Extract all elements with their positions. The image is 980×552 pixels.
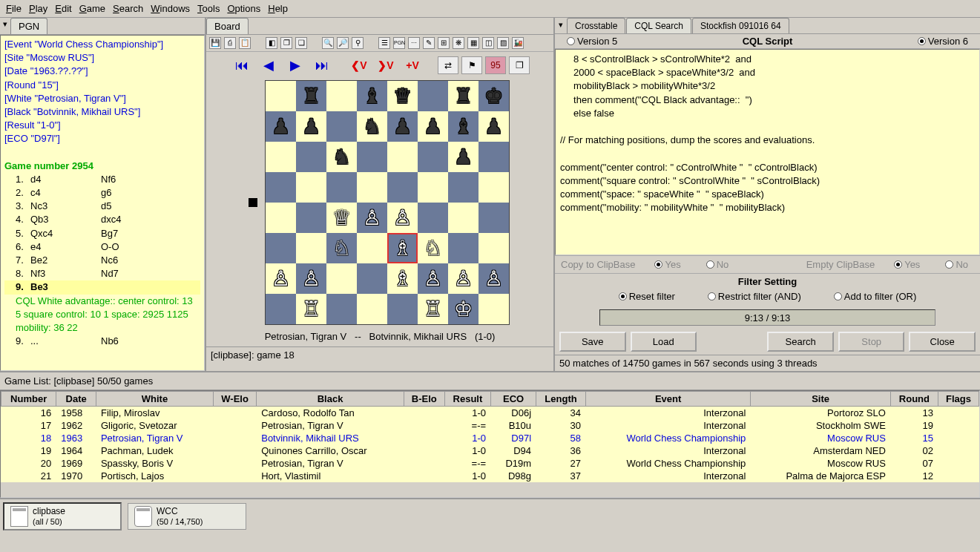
square-f7[interactable]: ♟	[418, 111, 448, 142]
square-d4[interactable]: ♙	[357, 203, 387, 233]
move-row[interactable]: 1.d4Nf6	[4, 173, 200, 186]
radio-version5[interactable]: Version 5	[567, 36, 617, 47]
radio-restrict-filter[interactable]: Restrict filter (AND)	[708, 291, 801, 302]
paste-icon[interactable]: ❏	[295, 37, 307, 49]
square-f4[interactable]	[418, 203, 448, 233]
move-row[interactable]: 5.Qxc4Bg7	[4, 227, 200, 240]
var-add-icon[interactable]: +V	[401, 55, 424, 76]
square-a4[interactable]	[266, 203, 296, 233]
radio-add-filter[interactable]: Add to filter (OR)	[834, 291, 917, 302]
stamp-icon[interactable]: 95	[485, 56, 506, 74]
square-c8[interactable]	[326, 81, 357, 111]
square-d1[interactable]	[357, 294, 387, 324]
square-b7[interactable]: ♟	[296, 111, 326, 142]
zoom-out-icon[interactable]: 🔍	[322, 37, 334, 49]
db-tile-clipbase[interactable]: clipbase (all / 50)	[3, 502, 122, 530]
tb-icon-a[interactable]: ◫	[482, 37, 494, 49]
chess-board[interactable]: ♜♝♛♜♚♟♟♞♟♟♝♟♞♟♕♙♙♘♗♘♙♙♗♙♙♙♖♖♔	[265, 80, 510, 325]
var-prev-icon[interactable]: ❮V	[347, 55, 371, 76]
edit-icon[interactable]: ✎	[423, 37, 435, 49]
square-d8[interactable]: ♝	[357, 81, 387, 111]
move-row[interactable]: 3.Nc3d5	[4, 200, 200, 213]
square-c5[interactable]	[326, 172, 357, 203]
square-a5[interactable]	[266, 172, 296, 203]
square-c2[interactable]	[326, 263, 357, 294]
col-event[interactable]: Event	[585, 392, 750, 407]
menu-search[interactable]: Search	[113, 3, 143, 14]
square-h5[interactable]	[479, 172, 509, 203]
col-length[interactable]: Length	[536, 392, 586, 407]
tab-cql-search[interactable]: CQL Search	[626, 18, 691, 33]
tab-pgn[interactable]: PGN	[10, 18, 47, 34]
copy2-icon[interactable]: ❐	[509, 56, 530, 74]
square-d6[interactable]	[357, 142, 387, 172]
square-b8[interactable]: ♜	[296, 81, 326, 111]
square-c1[interactable]	[326, 294, 357, 324]
nav-next-icon[interactable]: ▶	[283, 55, 307, 76]
load-button[interactable]: Load	[631, 332, 697, 352]
square-e3[interactable]: ♗	[387, 233, 418, 263]
search-icon[interactable]: 🔎	[337, 37, 349, 49]
search-button[interactable]: Search	[767, 332, 834, 352]
col-belo[interactable]: B-Elo	[404, 392, 444, 407]
tab-crosstable[interactable]: Crosstable	[567, 18, 625, 33]
square-c6[interactable]: ♞	[326, 142, 357, 172]
menu-help[interactable]: Help	[268, 3, 288, 14]
eco-icon[interactable]: ⋯	[408, 37, 420, 49]
square-h7[interactable]: ♟	[479, 111, 509, 142]
square-e5[interactable]	[387, 172, 418, 203]
square-g6[interactable]: ♟	[448, 142, 479, 172]
col-flags[interactable]: Flags	[938, 392, 979, 407]
col-number[interactable]: Number	[1, 392, 56, 407]
square-a7[interactable]: ♟	[266, 111, 296, 142]
square-h1[interactable]	[479, 294, 509, 324]
table-row[interactable]: 161958Filip, MiroslavCardoso, Rodolfo Ta…	[1, 407, 979, 420]
pgn-collapse-icon[interactable]: ▾	[0, 18, 10, 34]
move-row[interactable]: 6.e4O-O	[4, 240, 200, 254]
move-row[interactable]: 2.c4g6	[4, 186, 200, 200]
square-g4[interactable]	[448, 203, 479, 233]
cross-icon[interactable]: ⊞	[438, 37, 450, 49]
move-row[interactable]: 9.Be3	[4, 280, 200, 294]
square-g8[interactable]: ♜	[448, 81, 479, 111]
col-black[interactable]: Black	[257, 392, 404, 407]
nav-prev-icon[interactable]: ◀	[257, 55, 280, 76]
radio-reset-filter[interactable]: Reset filter	[619, 291, 675, 302]
square-g3[interactable]	[448, 233, 479, 263]
square-f1[interactable]: ♖	[418, 294, 448, 324]
square-d7[interactable]: ♞	[357, 111, 387, 142]
table-row[interactable]: 181963Petrosian, Tigran VBotvinnik, Mikh…	[1, 432, 979, 444]
table-row[interactable]: 201969Spassky, Boris VPetrosian, Tigran …	[1, 457, 979, 470]
table-row[interactable]: 191964Pachman, LudekQuinones Carrillo, O…	[1, 444, 979, 457]
square-b1[interactable]: ♖	[296, 294, 326, 324]
tool-icon-1[interactable]: ◧	[266, 37, 277, 49]
square-g7[interactable]: ♝	[448, 111, 479, 142]
square-e2[interactable]: ♗	[387, 263, 418, 294]
square-c3[interactable]: ♘	[326, 233, 357, 263]
pgn-viewer[interactable]: [Event "World Chess Championship"][Site …	[0, 35, 205, 371]
square-a3[interactable]	[266, 233, 296, 263]
tab-stockfish[interactable]: Stockfish 091016 64	[692, 18, 789, 33]
col-result[interactable]: Result	[444, 392, 490, 407]
tb-icon-b[interactable]: ▨	[497, 37, 509, 49]
square-b6[interactable]	[296, 142, 326, 172]
flag-icon[interactable]: ⚑	[461, 56, 482, 74]
square-g2[interactable]: ♙	[448, 263, 479, 294]
square-a1[interactable]	[266, 294, 296, 324]
square-c7[interactable]	[326, 111, 357, 142]
right-collapse-icon[interactable]: ▾	[555, 18, 567, 33]
square-g1[interactable]: ♔	[448, 294, 479, 324]
nav-start-icon[interactable]: ⏮	[230, 55, 254, 76]
radio-version6[interactable]: Version 6	[918, 36, 968, 47]
square-h8[interactable]: ♚	[479, 81, 509, 111]
move-row[interactable]: 9....Nb6	[4, 335, 200, 348]
game-list-table[interactable]: NumberDateWhiteW-EloBlackB-EloResultECOL…	[1, 391, 979, 482]
col-white[interactable]: White	[96, 392, 213, 407]
square-g5[interactable]	[448, 172, 479, 203]
square-h4[interactable]	[479, 203, 509, 233]
square-a2[interactable]: ♙	[266, 263, 296, 294]
square-f6[interactable]	[418, 142, 448, 172]
table-row[interactable]: 171962Gligoric, SvetozarPetrosian, Tigra…	[1, 419, 979, 432]
menu-tools[interactable]: Tools	[197, 3, 220, 14]
pgn-icon[interactable]: PGN	[393, 37, 405, 49]
